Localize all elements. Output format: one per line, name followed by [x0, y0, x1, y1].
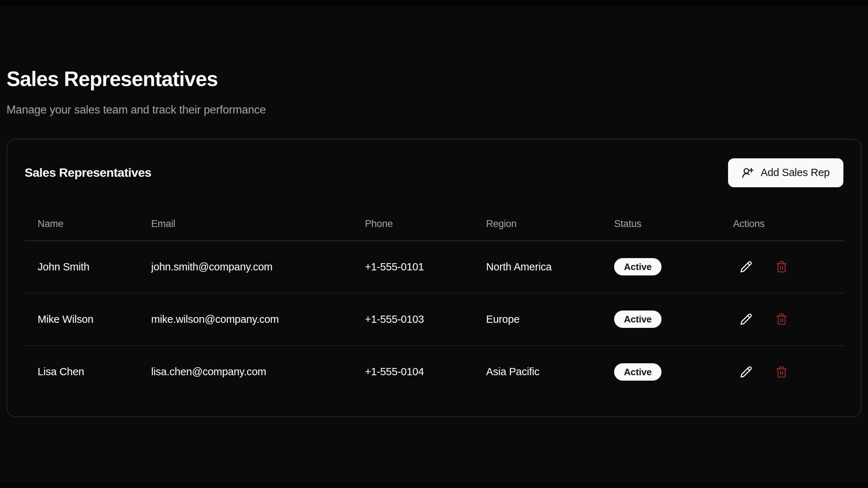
rep-email: lisa.chen@company.com	[138, 346, 352, 398]
rep-region: Europe	[473, 293, 601, 346]
table-row: Lisa Chen lisa.chen@company.com +1-555-0…	[25, 346, 845, 398]
column-header-region: Region	[473, 207, 601, 241]
trash-icon	[775, 261, 788, 273]
user-plus-icon	[742, 167, 754, 179]
edit-button[interactable]	[739, 260, 753, 274]
edit-button[interactable]	[739, 365, 753, 379]
rep-phone: +1-555-0101	[352, 241, 473, 293]
sales-representatives-page: Sales Representatives Manage your sales …	[0, 0, 868, 417]
rep-phone: +1-555-0104	[352, 346, 473, 398]
pencil-icon	[740, 366, 752, 378]
card-title: Sales Representatives	[25, 166, 151, 180]
trash-icon	[775, 313, 788, 325]
pencil-icon	[740, 313, 752, 325]
rep-status-cell: Active	[601, 346, 720, 398]
trash-icon	[775, 366, 788, 378]
rep-region: Asia Pacific	[473, 346, 601, 398]
column-header-actions: Actions	[720, 207, 845, 241]
edit-button[interactable]	[739, 312, 753, 326]
rep-status-cell: Active	[601, 241, 720, 293]
status-badge: Active	[614, 363, 661, 381]
top-edge	[0, 0, 868, 6]
delete-button[interactable]	[774, 260, 789, 274]
row-actions	[739, 260, 832, 274]
rep-name: Mike Wilson	[25, 293, 138, 346]
rep-region: North America	[473, 241, 601, 293]
delete-button[interactable]	[774, 312, 789, 326]
row-actions	[739, 365, 832, 379]
rep-actions-cell	[720, 293, 845, 346]
table-row: Mike Wilson mike.wilson@company.com +1-5…	[25, 293, 845, 346]
delete-button[interactable]	[774, 365, 789, 379]
row-actions	[739, 312, 832, 326]
rep-actions-cell	[720, 346, 845, 398]
sales-reps-table: Name Email Phone Region Status Actions J…	[25, 207, 845, 398]
add-sales-rep-button[interactable]: Add Sales Rep	[728, 158, 843, 187]
rep-name: John Smith	[25, 241, 138, 293]
table-body: John Smith john.smith@company.com +1-555…	[25, 241, 845, 398]
add-sales-rep-label: Add Sales Rep	[761, 167, 830, 179]
column-header-name: Name	[25, 207, 138, 241]
rep-email: mike.wilson@company.com	[138, 293, 352, 346]
column-header-status: Status	[601, 207, 720, 241]
column-header-email: Email	[138, 207, 352, 241]
table-row: John Smith john.smith@company.com +1-555…	[25, 241, 845, 293]
rep-name: Lisa Chen	[25, 346, 138, 398]
sales-reps-card: Sales Representatives Add Sales Rep	[7, 139, 861, 417]
status-badge: Active	[614, 311, 661, 328]
table-header: Name Email Phone Region Status Actions	[25, 207, 845, 241]
bottom-edge	[0, 482, 868, 488]
column-header-phone: Phone	[352, 207, 473, 241]
page-subtitle: Manage your sales team and track their p…	[7, 103, 861, 116]
rep-email: john.smith@company.com	[138, 241, 352, 293]
status-badge: Active	[614, 258, 661, 275]
card-header: Sales Representatives Add Sales Rep	[25, 140, 843, 187]
page-title: Sales Representatives	[7, 67, 861, 91]
rep-status-cell: Active	[601, 293, 720, 346]
rep-actions-cell	[720, 241, 845, 293]
pencil-icon	[740, 261, 752, 273]
rep-phone: +1-555-0103	[352, 293, 473, 346]
